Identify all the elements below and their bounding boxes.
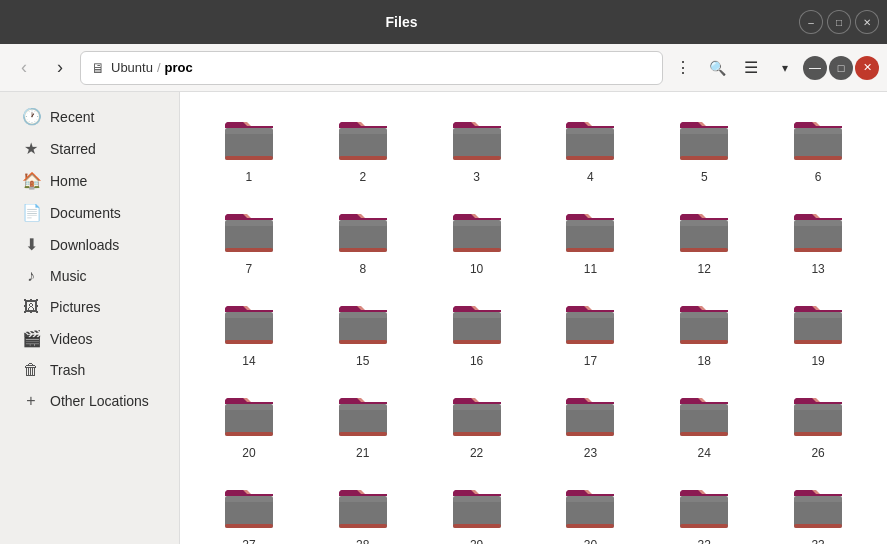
sidebar-item-music[interactable]: ♪ Music bbox=[6, 261, 173, 291]
folder-icon bbox=[790, 116, 846, 164]
search-button[interactable]: 🔍 bbox=[701, 52, 733, 84]
list-item[interactable]: 32 bbox=[651, 476, 757, 544]
svg-rect-40 bbox=[339, 312, 387, 318]
forward-icon: › bbox=[57, 57, 63, 78]
svg-rect-88 bbox=[794, 496, 842, 502]
view-toggle-button[interactable]: ▾ bbox=[769, 52, 801, 84]
window-maximize-button[interactable]: □ bbox=[829, 56, 853, 80]
list-item[interactable]: 2 bbox=[310, 108, 416, 192]
documents-icon: 📄 bbox=[22, 203, 40, 222]
svg-rect-14 bbox=[680, 156, 728, 160]
folder-icon bbox=[449, 392, 505, 440]
folder-icon bbox=[676, 392, 732, 440]
downloads-icon: ⬇ bbox=[22, 235, 40, 254]
folder-icon bbox=[676, 300, 732, 348]
list-item[interactable]: 26 bbox=[765, 384, 871, 468]
maximize-button[interactable]: □ bbox=[827, 10, 851, 34]
file-label: 28 bbox=[356, 538, 369, 544]
svg-rect-1 bbox=[225, 128, 273, 134]
folder-icon bbox=[562, 392, 618, 440]
sidebar: 🕐 Recent ★ Starred 🏠 Home 📄 Documents ⬇ … bbox=[0, 92, 180, 544]
sidebar-label-documents: Documents bbox=[50, 205, 121, 221]
folder-icon bbox=[335, 116, 391, 164]
svg-rect-38 bbox=[225, 340, 273, 344]
svg-rect-79 bbox=[453, 496, 501, 502]
list-view-button[interactable]: ☰ bbox=[735, 52, 767, 84]
sidebar-label-home: Home bbox=[50, 173, 87, 189]
svg-rect-16 bbox=[794, 128, 842, 134]
list-item[interactable]: 27 bbox=[196, 476, 302, 544]
list-item[interactable]: 21 bbox=[310, 384, 416, 468]
list-item[interactable]: 23 bbox=[538, 384, 644, 468]
folder-icon bbox=[221, 208, 277, 256]
list-item[interactable]: 15 bbox=[310, 292, 416, 376]
list-item[interactable]: 14 bbox=[196, 292, 302, 376]
sidebar-item-other-locations[interactable]: + Other Locations bbox=[6, 386, 173, 416]
list-item[interactable]: 4 bbox=[538, 108, 644, 192]
sidebar-label-music: Music bbox=[50, 268, 87, 284]
close-button[interactable]: ✕ bbox=[855, 10, 879, 34]
list-item[interactable]: 1 bbox=[196, 108, 302, 192]
overflow-menu-button[interactable]: ⋮ bbox=[667, 52, 699, 84]
sidebar-item-home[interactable]: 🏠 Home bbox=[6, 165, 173, 196]
sidebar-item-pictures[interactable]: 🖼 Pictures bbox=[6, 292, 173, 322]
videos-icon: 🎬 bbox=[22, 329, 40, 348]
list-item[interactable]: 29 bbox=[424, 476, 530, 544]
other-locations-icon: + bbox=[22, 392, 40, 410]
location-icon: 🖥 bbox=[91, 60, 105, 76]
sidebar-item-starred[interactable]: ★ Starred bbox=[6, 133, 173, 164]
sidebar-item-videos[interactable]: 🎬 Videos bbox=[6, 323, 173, 354]
svg-rect-32 bbox=[680, 248, 728, 252]
list-item[interactable]: 8 bbox=[310, 200, 416, 284]
window-close-button[interactable]: ✕ bbox=[855, 56, 879, 80]
sidebar-item-downloads[interactable]: ⬇ Downloads bbox=[6, 229, 173, 260]
file-label: 12 bbox=[698, 262, 711, 276]
folder-icon bbox=[562, 484, 618, 532]
file-label: 3 bbox=[473, 170, 480, 184]
list-item[interactable]: 10 bbox=[424, 200, 530, 284]
list-item[interactable]: 5 bbox=[651, 108, 757, 192]
list-item[interactable]: 18 bbox=[651, 292, 757, 376]
list-item[interactable]: 6 bbox=[765, 108, 871, 192]
list-item[interactable]: 16 bbox=[424, 292, 530, 376]
svg-rect-17 bbox=[794, 156, 842, 160]
file-label: 17 bbox=[584, 354, 597, 368]
recent-icon: 🕐 bbox=[22, 107, 40, 126]
list-item[interactable]: 22 bbox=[424, 384, 530, 468]
list-item[interactable]: 3 bbox=[424, 108, 530, 192]
folder-icon bbox=[449, 208, 505, 256]
file-label: 5 bbox=[701, 170, 708, 184]
list-item[interactable]: 33 bbox=[765, 476, 871, 544]
svg-rect-64 bbox=[566, 404, 614, 410]
list-item[interactable]: 13 bbox=[765, 200, 871, 284]
search-icon: 🔍 bbox=[709, 60, 726, 76]
folder-icon bbox=[790, 392, 846, 440]
list-item[interactable]: 30 bbox=[538, 476, 644, 544]
breadcrumb-root[interactable]: Ubuntu bbox=[111, 60, 153, 75]
sidebar-item-documents[interactable]: 📄 Documents bbox=[6, 197, 173, 228]
list-item[interactable]: 19 bbox=[765, 292, 871, 376]
home-icon: 🏠 bbox=[22, 171, 40, 190]
svg-rect-62 bbox=[453, 432, 501, 436]
minimize-button[interactable]: – bbox=[799, 10, 823, 34]
list-item[interactable]: 17 bbox=[538, 292, 644, 376]
list-item[interactable]: 12 bbox=[651, 200, 757, 284]
folder-icon bbox=[676, 116, 732, 164]
list-item[interactable]: 24 bbox=[651, 384, 757, 468]
back-button[interactable]: ‹ bbox=[8, 52, 40, 84]
sidebar-item-recent[interactable]: 🕐 Recent bbox=[6, 101, 173, 132]
file-label: 10 bbox=[470, 262, 483, 276]
file-label: 15 bbox=[356, 354, 369, 368]
music-icon: ♪ bbox=[22, 267, 40, 285]
list-item[interactable]: 20 bbox=[196, 384, 302, 468]
list-item[interactable]: 28 bbox=[310, 476, 416, 544]
svg-rect-4 bbox=[339, 128, 387, 134]
file-label: 20 bbox=[242, 446, 255, 460]
svg-rect-52 bbox=[794, 312, 842, 318]
window-minimize-button[interactable]: — bbox=[803, 56, 827, 80]
list-item[interactable]: 7 bbox=[196, 200, 302, 284]
svg-rect-28 bbox=[566, 220, 614, 226]
list-item[interactable]: 11 bbox=[538, 200, 644, 284]
sidebar-item-trash[interactable]: 🗑 Trash bbox=[6, 355, 173, 385]
forward-button[interactable]: › bbox=[44, 52, 76, 84]
